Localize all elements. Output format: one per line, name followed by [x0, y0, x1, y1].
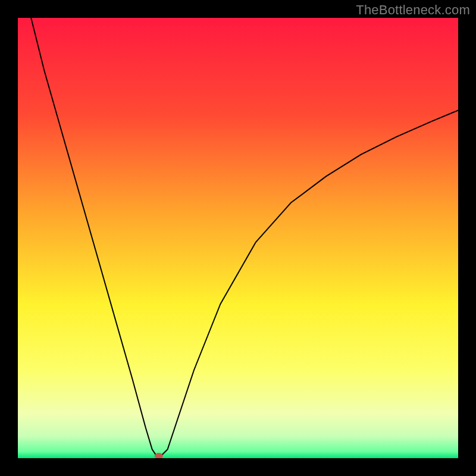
plot-area — [18, 18, 458, 458]
curve-layer — [18, 18, 458, 458]
chart-frame: TheBottleneck.com — [0, 0, 476, 476]
min-marker — [155, 453, 163, 458]
bottleneck-curve — [31, 18, 458, 456]
watermark-text: TheBottleneck.com — [356, 2, 470, 18]
